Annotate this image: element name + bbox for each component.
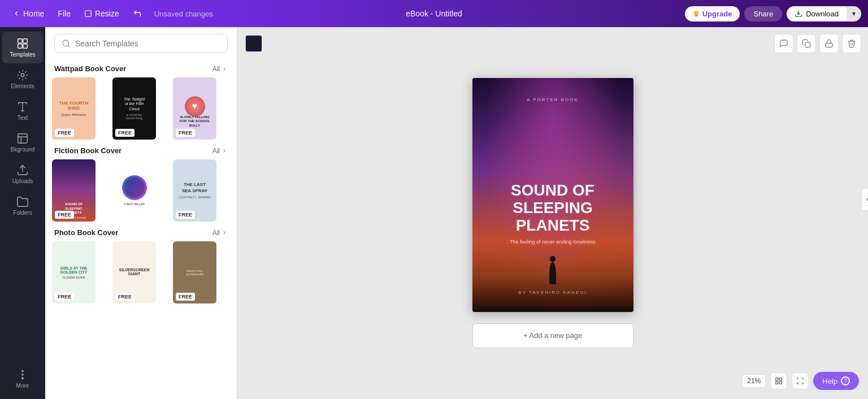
- grid-view-button[interactable]: [770, 372, 787, 389]
- canvas-top-controls: [245, 35, 262, 52]
- more-label: More: [16, 383, 29, 389]
- lock-button[interactable]: [819, 34, 839, 53]
- delete-button[interactable]: [842, 34, 861, 53]
- download-button[interactable]: Download: [787, 6, 847, 21]
- sidebar-item-uploads[interactable]: Uploads: [2, 158, 43, 190]
- svg-line-15: [68, 45, 70, 47]
- add-page-button[interactable]: + Add a new page: [472, 323, 633, 348]
- svg-point-11: [22, 371, 23, 372]
- help-icon: ?: [841, 376, 850, 385]
- photo-template-grid: GIRLS AT THEGOLDEN CITY CLAUDIA ALPER FR…: [52, 241, 230, 303]
- template-badge: FREE: [115, 129, 134, 137]
- svg-rect-0: [85, 11, 92, 17]
- list-item[interactable]: A BESTSELLER: [112, 159, 156, 222]
- sidebar-item-background[interactable]: Bkground: [2, 127, 43, 158]
- canvas-page[interactable]: A PORTER BOOK SOUND OF SLEEPING PLANETS …: [472, 78, 633, 311]
- upgrade-button[interactable]: ♛ Upgrade: [685, 6, 740, 21]
- home-button[interactable]: Home: [7, 6, 50, 21]
- template-badge: FREE: [55, 211, 74, 219]
- color-swatch[interactable]: [245, 35, 262, 52]
- comment-button[interactable]: [774, 34, 793, 53]
- resize-button[interactable]: Resize: [79, 6, 125, 21]
- topbar: Home File Resize Unsaved changes eBook -…: [0, 0, 868, 27]
- upgrade-label: Upgrade: [702, 10, 732, 18]
- list-item[interactable]: SILVERSCREENGIANT FREE: [112, 241, 156, 303]
- photo-all-link[interactable]: All: [212, 229, 228, 237]
- photo-section-title: Photo Book Cover: [54, 228, 118, 237]
- template-badge: FREE: [176, 211, 195, 219]
- text-label: Text: [18, 115, 28, 121]
- svg-rect-9: [18, 134, 28, 144]
- sidebar-item-elements[interactable]: Elements: [2, 63, 43, 95]
- copy-icon: [802, 39, 811, 48]
- svg-rect-4: [18, 44, 22, 48]
- sidebar-item-text[interactable]: Text: [2, 95, 43, 127]
- fullscreen-button[interactable]: [792, 372, 809, 389]
- sidebar-item-templates[interactable]: Templates: [2, 32, 43, 63]
- undo-icon: [133, 9, 142, 18]
- wattpad-all-label: All: [212, 65, 220, 73]
- list-item[interactable]: beaux-artsarchitecture FREE: [173, 241, 216, 303]
- sidebar-item-more[interactable]: More: [13, 363, 33, 394]
- chevron-right-icon: [221, 66, 228, 72]
- elements-icon: [16, 69, 29, 81]
- help-button[interactable]: Help ?: [813, 372, 859, 390]
- file-button[interactable]: File: [52, 6, 76, 21]
- list-item[interactable]: THE LASTSEA SPRAY COURTNEY L. WARREN FRE…: [173, 159, 216, 222]
- wattpad-all-link[interactable]: All: [212, 65, 228, 73]
- svg-rect-2: [18, 39, 22, 43]
- fiction-all-link[interactable]: All: [212, 147, 228, 155]
- fiction-section-header: Fiction Book Cover All: [52, 140, 230, 159]
- resize-label: Resize: [95, 9, 119, 18]
- svg-rect-19: [779, 378, 782, 380]
- uploads-icon: [16, 164, 29, 176]
- canvas-scroll[interactable]: A PORTER BOOK SOUND OF SLEEPING PLANETS …: [237, 27, 868, 399]
- book-author-text: BY TAKEHIRO KANEGI: [518, 290, 587, 295]
- svg-rect-17: [826, 43, 832, 47]
- download-group: Download ▾: [787, 6, 861, 21]
- sidebar-item-folders[interactable]: Folders: [2, 190, 43, 222]
- title-text: eBook - Untitled: [406, 9, 462, 18]
- templates-label: Templates: [10, 51, 36, 58]
- copy-button[interactable]: [797, 34, 816, 53]
- photo-all-label: All: [212, 229, 220, 237]
- text-icon: [16, 101, 29, 113]
- folders-icon: [16, 196, 29, 208]
- list-item[interactable]: SOUND OFSLEEPINGPLANETS by takehiro kane…: [52, 159, 96, 222]
- chevron-left-icon: [12, 10, 20, 18]
- lock-icon: [824, 39, 834, 48]
- unsaved-label: Unsaved changes: [154, 10, 213, 18]
- fiction-template-grid: SOUND OFSLEEPINGPLANETS by takehiro kane…: [52, 159, 230, 222]
- crown-icon: ♛: [693, 10, 700, 18]
- home-label: Home: [23, 9, 44, 18]
- wattpad-template-grid: THE FOURTH WIND Quinn Whitaker FREE The …: [52, 77, 230, 140]
- svg-point-13: [22, 378, 23, 379]
- book-cover-content: A PORTER BOOK SOUND OF SLEEPING PLANETS …: [472, 78, 633, 311]
- share-label: Share: [753, 10, 773, 18]
- undo-button[interactable]: [127, 6, 147, 21]
- template-badge: FREE: [176, 129, 195, 137]
- list-item[interactable]: THE FOURTH WIND Quinn Whitaker FREE: [52, 77, 96, 140]
- templates-icon: [16, 37, 29, 50]
- document-title[interactable]: eBook - Untitled: [406, 9, 462, 18]
- zoom-level[interactable]: 21%: [742, 374, 766, 388]
- list-item[interactable]: ♥ SLOWLY FALLINGFOR THE SCHOOL BULLY FRE…: [173, 77, 216, 140]
- svg-rect-21: [779, 381, 782, 384]
- list-item[interactable]: GIRLS AT THEGOLDEN CITY CLAUDIA ALPER FR…: [52, 241, 96, 303]
- template-badge: FREE: [55, 293, 74, 301]
- book-subtitle-text: The feeling of never-ending loneliness: [510, 239, 596, 245]
- topbar-left: Home File Resize Unsaved changes: [7, 6, 213, 21]
- download-label: Download: [806, 10, 839, 18]
- download-chevron-button[interactable]: ▾: [847, 6, 861, 21]
- template-badge: FREE: [115, 293, 134, 301]
- search-input[interactable]: [75, 39, 220, 48]
- search-box[interactable]: [54, 34, 228, 53]
- search-area: [45, 27, 237, 58]
- chevron-right-icon: [221, 229, 228, 236]
- elements-label: Elements: [11, 83, 34, 89]
- list-item[interactable]: The Twilightof the FifthCloud a novel by…: [112, 77, 156, 140]
- share-button[interactable]: Share: [744, 6, 782, 21]
- background-label: Bkground: [11, 146, 35, 153]
- help-label: Help: [822, 377, 837, 385]
- fiction-section-title: Fiction Book Cover: [54, 146, 121, 155]
